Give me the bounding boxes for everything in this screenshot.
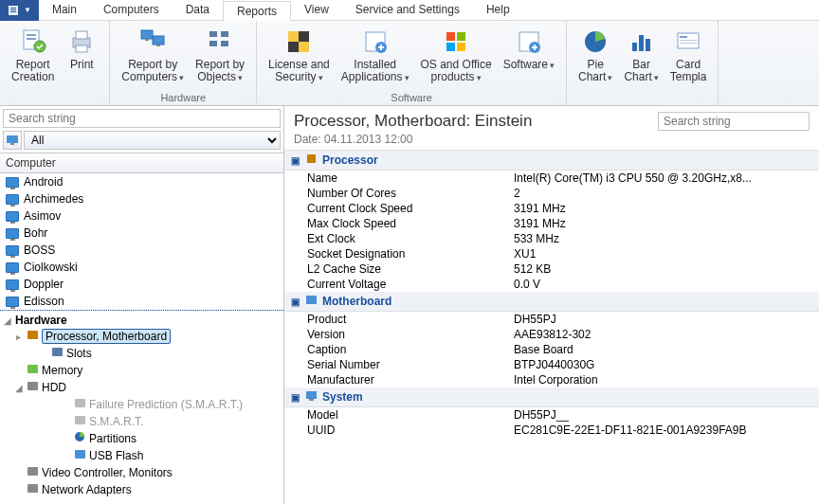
ribbon-card-templa[interactable]: CardTempla <box>664 24 713 102</box>
menu-reports[interactable]: Reports <box>223 1 291 21</box>
computer-label: Archimedes <box>24 192 83 206</box>
collapse-icon[interactable]: ▣ <box>290 155 300 166</box>
section-motherboard[interactable]: ▣Motherboard <box>284 292 819 312</box>
tree-node-failure-prediction-s-m-a-r-t-[interactable]: Failure Prediction (S.M.A.R.T.) <box>0 396 283 413</box>
collapse-icon[interactable]: ▣ <box>290 392 300 403</box>
tree-node-memory[interactable]: Memory <box>0 362 283 379</box>
expand-icon[interactable]: ◢ <box>13 383 24 393</box>
svg-rect-16 <box>221 31 228 37</box>
ribbon-installed-applications[interactable]: InstalledApplications▾ <box>336 24 415 91</box>
computer-item-asimov[interactable]: Asimov <box>0 207 283 225</box>
prop-row: NameIntel(R) Core(TM) i3 CPU 550 @ 3.20G… <box>284 171 819 186</box>
video-icon <box>27 465 39 480</box>
ribbon-os-and-office-products[interactable]: OS and Officeproducts▾ <box>415 24 498 91</box>
tree-label: USB Flash <box>89 449 143 462</box>
computer-item-einstein[interactable]: Einstein <box>0 310 283 311</box>
tree-node-video-controller-monitors[interactable]: Video Controller, Monitors <box>0 464 283 481</box>
computer-search-input[interactable] <box>3 109 281 128</box>
ribbon-software[interactable]: Software▾ <box>498 24 560 91</box>
ribbon-label: Software▾ <box>503 59 555 72</box>
property-search-input[interactable] <box>658 112 810 131</box>
computer-item-edisson[interactable]: Edisson <box>0 293 283 310</box>
menu-computers[interactable]: Computers <box>90 0 173 20</box>
prop-row: ProductDH55PJ <box>284 312 819 327</box>
filter-icon[interactable] <box>3 131 22 150</box>
ribbon-license-and-security[interactable]: License andSecurity▾ <box>263 24 336 91</box>
menu-data[interactable]: Data <box>173 0 223 20</box>
section-title: System <box>322 390 363 404</box>
svg-rect-22 <box>299 42 309 52</box>
svg-rect-52 <box>75 450 85 459</box>
computer-item-ciolkowski[interactable]: Ciolkowski <box>0 259 283 276</box>
file-tab[interactable]: ▼ <box>0 0 39 21</box>
prop-name: Current Clock Speed <box>290 202 514 215</box>
tree-node-hdd[interactable]: ◢HDD <box>0 379 283 396</box>
monitor-icon <box>6 228 19 239</box>
prop-value: DH55PJ__ <box>514 408 813 422</box>
ribbon-label: CardTempla <box>670 59 707 83</box>
section-system[interactable]: ▣System <box>284 387 819 407</box>
prop-value: 3191 MHz <box>514 202 813 215</box>
monitor-icon <box>6 245 19 256</box>
section-processor[interactable]: ▣Processor <box>284 151 819 171</box>
menu-service-and-settings[interactable]: Service and Settings <box>342 0 473 20</box>
svg-rect-37 <box>639 35 644 51</box>
svg-rect-56 <box>306 296 317 304</box>
ribbon-print[interactable]: Print <box>60 24 103 102</box>
ribbon: ReportCreationPrintReport byComputers▾Re… <box>0 21 819 106</box>
prop-row: VersionAAE93812-302 <box>284 327 819 342</box>
tree-node-slots[interactable]: Slots <box>0 345 283 362</box>
ribbon-label: Report byComputers▾ <box>121 59 184 84</box>
ribbon-label: Print <box>70 59 94 71</box>
prop-name: Number Of Cores <box>290 187 514 200</box>
by-comp-icon <box>138 26 167 58</box>
ribbon-pie-chart[interactable]: PieChart▾ <box>573 24 618 102</box>
svg-rect-45 <box>27 331 38 339</box>
collapse-icon[interactable]: ▣ <box>290 297 300 307</box>
svg-rect-54 <box>27 484 38 493</box>
report-icon <box>19 26 47 58</box>
tree-node-network-adapters[interactable]: Network Adapters <box>0 481 283 498</box>
svg-rect-2 <box>10 9 16 10</box>
svg-rect-44 <box>10 143 14 145</box>
card-icon <box>674 26 702 58</box>
tree-root[interactable]: Hardware <box>15 314 67 327</box>
computer-item-archimedes[interactable]: Archimedes <box>0 190 283 207</box>
svg-rect-48 <box>27 382 38 390</box>
prop-name: Max Clock Speed <box>290 217 514 230</box>
collapse-icon[interactable]: ◢ <box>2 315 12 326</box>
computer-item-android[interactable]: Android <box>0 173 283 190</box>
tree-node-partitions[interactable]: Partitions <box>0 430 283 447</box>
computer-label: Asimov <box>24 209 61 223</box>
menu-view[interactable]: View <box>291 0 342 20</box>
tree-node-s-m-a-r-t-[interactable]: S.M.A.R.T. <box>0 413 283 430</box>
menu-help[interactable]: Help <box>473 0 523 20</box>
ribbon-report-creation[interactable]: ReportCreation <box>6 24 60 102</box>
ribbon-bar-chart[interactable]: BarChart▾ <box>618 24 664 102</box>
ribbon-report-by-objects[interactable]: Report byObjects▾ <box>190 24 250 91</box>
expand-icon[interactable]: ▸ <box>13 332 24 342</box>
prop-row: Current Clock Speed3191 MHz <box>284 201 819 216</box>
prop-name: Product <box>290 313 514 326</box>
mem-icon <box>27 363 39 378</box>
tree-node-usb-flash[interactable]: USB Flash <box>0 447 283 464</box>
license-icon <box>284 26 313 58</box>
column-header-computer[interactable]: Computer <box>0 153 283 173</box>
ribbon-report-by-computers[interactable]: Report byComputers▾ <box>116 24 190 91</box>
chip-icon <box>27 329 39 344</box>
svg-rect-27 <box>446 32 455 41</box>
tree-node-processor-motherboard[interactable]: ▸Processor, Motherboard <box>0 328 283 345</box>
monitor-icon <box>6 279 19 290</box>
tree-label: Partitions <box>89 432 136 445</box>
tree-label: Processor, Motherboard <box>42 329 171 344</box>
computer-item-boss[interactable]: BOSS <box>0 242 283 259</box>
filter-select[interactable]: All <box>24 131 281 150</box>
menu-main[interactable]: Main <box>39 0 90 20</box>
svg-rect-17 <box>209 41 217 46</box>
computer-item-bohr[interactable]: Bohr <box>0 225 283 242</box>
tree-label: Network Adapters <box>42 483 132 496</box>
computer-item-doppler[interactable]: Doppler <box>0 276 283 293</box>
prop-row: Max Clock Speed3191 MHz <box>284 216 819 231</box>
by-obj-icon <box>206 26 234 58</box>
prop-name: UUID <box>290 423 514 437</box>
